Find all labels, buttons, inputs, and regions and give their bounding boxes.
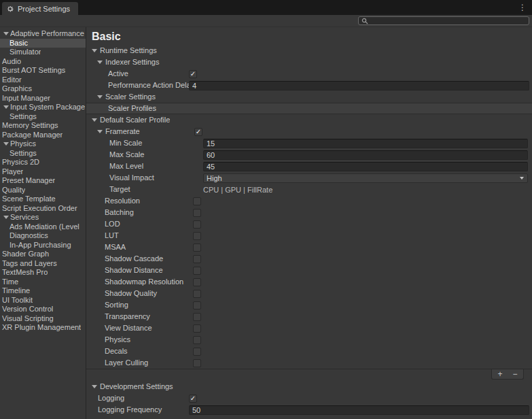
max-scale-field[interactable] xyxy=(203,150,528,160)
sidebar-item-scene-template[interactable]: Scene Template xyxy=(0,195,86,204)
scaler-checkbox[interactable] xyxy=(193,301,201,309)
logging-checkbox[interactable] xyxy=(189,395,197,403)
framerate-checkbox[interactable] xyxy=(194,128,202,136)
scaler-row-lut: LUT xyxy=(86,230,532,241)
foldout-arrow-icon[interactable] xyxy=(2,105,10,109)
active-checkbox[interactable] xyxy=(189,70,197,78)
sidebar-item-textmesh-pro[interactable]: TextMesh Pro xyxy=(0,268,86,278)
scaler-checkbox[interactable] xyxy=(193,348,201,356)
visual-impact-dropdown[interactable]: High xyxy=(203,173,528,183)
scaler-settings-foldout[interactable]: Scaler Settings xyxy=(86,91,532,103)
sidebar-item-physics[interactable]: Physics xyxy=(0,139,86,149)
sidebar-item-label: Input Manager xyxy=(2,94,50,103)
sidebar-item-burst-aot-settings[interactable]: Burst AOT Settings xyxy=(0,66,86,76)
sidebar-item-shader-graph[interactable]: Shader Graph xyxy=(0,250,86,259)
sidebar-item-label: Package Manager xyxy=(2,131,63,139)
scaler-label: Layer Culling xyxy=(86,358,193,368)
foldout-arrow-icon[interactable] xyxy=(91,49,97,52)
performance-action-delay-field[interactable] xyxy=(189,81,529,90)
scaler-row-transparency: Transparency xyxy=(86,311,532,322)
foldout-arrow-icon[interactable] xyxy=(2,216,10,219)
logging-frequency-field[interactable] xyxy=(189,405,529,415)
scaler-row-physics: Physics xyxy=(86,334,532,346)
foldout-arrow-icon[interactable] xyxy=(2,32,10,35)
scaler-row-shadow-distance: Shadow Distance xyxy=(86,265,532,276)
scaler-checkbox[interactable] xyxy=(193,278,201,286)
scaler-checkbox[interactable] xyxy=(193,220,201,229)
sidebar-item-player[interactable]: Player xyxy=(0,167,86,177)
sidebar-item-memory-settings[interactable]: Memory Settings xyxy=(0,121,86,131)
remove-button[interactable]: − xyxy=(508,370,522,379)
sidebar-item-editor[interactable]: Editor xyxy=(0,76,86,85)
settings-toolbar xyxy=(0,15,532,27)
sidebar-item-script-execution-order[interactable]: Script Execution Order xyxy=(0,204,86,214)
sidebar-item-in-app-purchasing[interactable]: In-App Purchasing xyxy=(0,241,86,250)
development-settings-foldout[interactable]: Development Settings xyxy=(86,381,532,392)
indexer-settings-foldout[interactable]: Indexer Settings xyxy=(86,56,532,68)
foldout-arrow-icon[interactable] xyxy=(96,95,103,99)
kebab-menu-icon[interactable]: ⋮ xyxy=(518,2,527,13)
sidebar-item-adaptive-performance[interactable]: Adaptive Performance xyxy=(0,29,86,39)
scaler-checkbox[interactable] xyxy=(193,267,201,275)
scaler-row-lod: LOD xyxy=(86,218,532,230)
scaler-checkbox[interactable] xyxy=(193,209,201,217)
framerate-foldout[interactable]: Framerate xyxy=(86,127,194,137)
foldout-arrow-icon[interactable] xyxy=(96,130,103,133)
sidebar-item-quality[interactable]: Quality xyxy=(0,186,86,195)
add-button[interactable]: + xyxy=(493,370,507,379)
sidebar-item-preset-manager[interactable]: Preset Manager xyxy=(0,176,86,186)
min-scale-field[interactable] xyxy=(203,139,528,148)
sidebar-item-physics-2d[interactable]: Physics 2D xyxy=(0,158,86,167)
sidebar-item-input-system-package[interactable]: Input System Package xyxy=(0,103,86,112)
search-input[interactable] xyxy=(370,17,526,24)
default-scaler-profile-foldout[interactable]: Default Scaler Profile xyxy=(86,114,532,126)
scaler-profiles-header[interactable]: Scaler Profiles xyxy=(86,103,532,114)
sidebar-item-diagnostics[interactable]: Diagnostics xyxy=(0,231,86,241)
sidebar-item-services[interactable]: Services xyxy=(0,213,86,222)
runtime-settings-foldout[interactable]: Runtime Settings xyxy=(86,45,532,56)
scaler-checkbox[interactable] xyxy=(193,336,201,344)
sidebar-item-label: Simulator xyxy=(10,48,41,56)
sidebar-item-package-manager[interactable]: Package Manager xyxy=(0,131,86,140)
scaler-checkbox[interactable] xyxy=(193,255,201,263)
max-level-field[interactable] xyxy=(203,162,528,171)
scaler-checkbox[interactable] xyxy=(193,313,201,321)
scaler-row-resolution: Resolution xyxy=(86,195,532,207)
logging-row: Logging xyxy=(86,392,532,404)
sidebar-item-visual-scripting[interactable]: Visual Scripting xyxy=(0,314,86,324)
sidebar-item-ads-mediation-level[interactable]: Ads Mediation (Level xyxy=(0,222,86,232)
foldout-arrow-icon[interactable] xyxy=(2,142,10,146)
min-scale-row: Min Scale xyxy=(86,137,532,149)
tab-project-settings[interactable]: Project Settings xyxy=(2,2,78,15)
page-title: Basic xyxy=(86,27,532,45)
target-row: Target CPU | GPU | FillRate xyxy=(86,184,532,195)
foldout-arrow-icon[interactable] xyxy=(91,118,97,122)
sidebar-item-xr-plugin-management[interactable]: XR Plugin Management xyxy=(0,323,86,333)
sidebar-item-label: Basic xyxy=(10,39,28,48)
sidebar-item-input-manager[interactable]: Input Manager xyxy=(0,94,86,103)
sidebar-item-settings[interactable]: Settings xyxy=(0,149,86,158)
sidebar-item-settings[interactable]: Settings xyxy=(0,112,86,122)
scaler-checkbox[interactable] xyxy=(193,197,201,205)
sidebar-item-audio[interactable]: Audio xyxy=(0,57,86,67)
sidebar-item-tags-and-layers[interactable]: Tags and Layers xyxy=(0,259,86,269)
tab-label: Project Settings xyxy=(18,5,70,13)
foldout-arrow-icon[interactable] xyxy=(96,61,103,64)
scaler-checkbox[interactable] xyxy=(193,290,201,298)
sidebar-item-label: Script Execution Order xyxy=(2,204,77,213)
sidebar-item-ui-toolkit[interactable]: UI Toolkit xyxy=(0,296,86,305)
sidebar-item-graphics[interactable]: Graphics xyxy=(0,84,86,94)
scaler-checkbox[interactable] xyxy=(193,244,201,252)
scaler-checkbox[interactable] xyxy=(193,232,201,240)
sidebar-item-simulator[interactable]: Simulator xyxy=(0,48,86,57)
sidebar-item-timeline[interactable]: Timeline xyxy=(0,286,86,296)
scaler-checkbox[interactable] xyxy=(193,359,201,367)
scaler-checkbox[interactable] xyxy=(193,324,201,333)
sidebar-item-time[interactable]: Time xyxy=(0,278,86,287)
sidebar-item-label: Editor xyxy=(2,76,22,84)
sidebar-item-basic[interactable]: Basic xyxy=(0,39,86,48)
search-box[interactable] xyxy=(358,16,529,25)
sidebar-item-label: Audio xyxy=(2,57,21,66)
foldout-arrow-icon[interactable] xyxy=(91,385,97,388)
sidebar-item-version-control[interactable]: Version Control xyxy=(0,305,86,314)
